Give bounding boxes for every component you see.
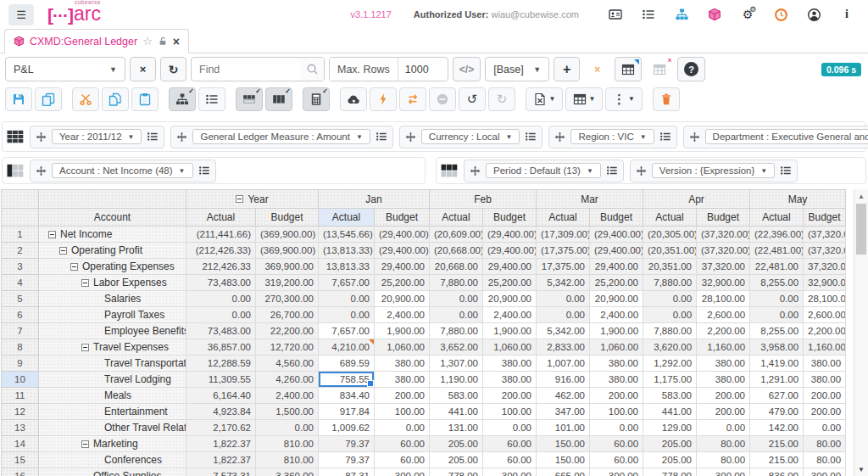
- collapse-icon[interactable]: [81, 344, 89, 351]
- value-cell[interactable]: 3,360.00: [256, 468, 319, 476]
- value-cell[interactable]: 17,375.00: [537, 259, 590, 275]
- value-cell[interactable]: 1,160.00: [697, 339, 750, 356]
- clock-icon[interactable]: [773, 7, 788, 22]
- value-cell[interactable]: 131.00: [430, 420, 483, 436]
- value-cell[interactable]: 2,600.00: [804, 307, 846, 323]
- collapse-icon[interactable]: [70, 263, 78, 271]
- value-cell[interactable]: 100.00: [483, 404, 537, 420]
- value-cell[interactable]: 200.00: [590, 388, 643, 404]
- column-group-year[interactable]: Year: [186, 190, 319, 209]
- value-cell[interactable]: 1,900.00: [483, 323, 537, 339]
- redo-button[interactable]: ↻: [488, 87, 515, 111]
- row-number[interactable]: 16: [2, 468, 39, 476]
- subset-list-icon[interactable]: [525, 131, 537, 143]
- measure-header-actual[interactable]: Actual: [430, 209, 483, 227]
- value-cell[interactable]: 583.00: [643, 388, 697, 404]
- move-icon[interactable]: [36, 165, 47, 176]
- account-cell[interactable]: Entertainment: [39, 404, 186, 420]
- value-cell[interactable]: 29,400.00: [375, 259, 430, 275]
- value-cell[interactable]: 73,483.00: [186, 323, 256, 339]
- id-card-icon[interactable]: [608, 7, 623, 22]
- row-number[interactable]: 11: [2, 388, 39, 404]
- row-number[interactable]: 10: [2, 372, 39, 388]
- value-cell[interactable]: 7,880.00: [430, 323, 483, 339]
- value-cell[interactable]: 79.37: [319, 436, 375, 452]
- value-cell[interactable]: 1,500.00: [256, 404, 319, 420]
- value-cell[interactable]: 22,200.00: [256, 323, 319, 339]
- measure-header-actual[interactable]: Actual: [643, 209, 697, 227]
- account-cell[interactable]: Operating Profit: [39, 243, 186, 259]
- measure-header-actual[interactable]: Actual: [537, 209, 590, 227]
- value-cell[interactable]: 25,200.00: [483, 275, 537, 291]
- value-cell[interactable]: 2,400.00: [256, 388, 319, 404]
- value-cell[interactable]: 80.00: [697, 452, 750, 468]
- value-cell[interactable]: 60.00: [483, 452, 537, 468]
- collapse-icon[interactable]: [48, 231, 56, 238]
- value-cell[interactable]: (17,309.00): [537, 227, 590, 243]
- value-cell[interactable]: 0.00: [750, 307, 804, 323]
- measure-header-budget[interactable]: Budget: [483, 209, 537, 227]
- measure-header-actual[interactable]: Actual: [750, 209, 804, 227]
- help-button[interactable]: ?: [677, 57, 705, 81]
- value-cell[interactable]: 4,923.84: [186, 404, 256, 420]
- subset-list-icon[interactable]: [659, 131, 671, 143]
- value-cell[interactable]: 142.00: [750, 420, 804, 436]
- value-cell[interactable]: (17,375.00): [537, 243, 590, 259]
- value-cell[interactable]: 1,419.00: [750, 356, 804, 372]
- value-cell[interactable]: 32,900.00: [804, 275, 846, 291]
- vertical-scrollbar[interactable]: ▲ ▼: [854, 189, 868, 476]
- row-number[interactable]: 14: [2, 436, 39, 452]
- value-cell[interactable]: 627.00: [750, 388, 804, 404]
- menu-button[interactable]: ☰: [8, 4, 34, 25]
- value-cell[interactable]: 7,880.00: [643, 275, 697, 291]
- value-cell[interactable]: 369,900.00: [256, 259, 319, 275]
- row-number[interactable]: 6: [2, 307, 39, 323]
- value-cell[interactable]: 834.40: [319, 388, 375, 404]
- value-cell[interactable]: 73,483.00: [186, 275, 256, 291]
- move-icon[interactable]: [689, 132, 700, 143]
- value-cell[interactable]: 0.00: [375, 420, 430, 436]
- value-cell[interactable]: 5,342.00: [537, 275, 590, 291]
- value-cell[interactable]: 101.00: [537, 420, 590, 436]
- cube-icon[interactable]: [707, 7, 722, 22]
- value-cell[interactable]: (20,609.00): [430, 227, 483, 243]
- value-cell[interactable]: 79.37: [319, 452, 375, 468]
- refresh-button[interactable]: ↻: [160, 57, 186, 81]
- value-cell[interactable]: 810.00: [256, 436, 319, 452]
- value-cell[interactable]: (22,396.00): [750, 227, 804, 243]
- value-cell[interactable]: 60.00: [375, 436, 430, 452]
- value-cell[interactable]: (212,426.33): [186, 243, 256, 259]
- value-cell[interactable]: 2,400.00: [483, 307, 537, 323]
- tab-general-ledger[interactable]: CXMD:General Ledger ☆ ×: [4, 29, 189, 53]
- column-group-apr[interactable]: Apr: [643, 190, 750, 209]
- value-cell[interactable]: 836.00: [750, 468, 804, 476]
- row-number[interactable]: 7: [2, 323, 39, 339]
- list-button[interactable]: [198, 87, 225, 111]
- column-group-mar[interactable]: Mar: [537, 190, 643, 209]
- value-cell[interactable]: 1,291.00: [750, 372, 804, 388]
- value-cell[interactable]: 380.00: [483, 356, 537, 372]
- value-cell[interactable]: 689.59: [319, 356, 375, 372]
- view-select[interactable]: P&L▼: [5, 57, 125, 81]
- move-icon[interactable]: [470, 165, 481, 176]
- unlock-icon[interactable]: [158, 36, 168, 47]
- value-cell[interactable]: 7,880.00: [430, 275, 483, 291]
- add-view-button[interactable]: +: [554, 57, 580, 81]
- account-cell[interactable]: Labor Expenses: [39, 275, 186, 291]
- value-cell[interactable]: 1,060.00: [590, 339, 643, 356]
- value-cell[interactable]: (369,900.00): [256, 227, 319, 243]
- value-cell[interactable]: (29,400.00): [483, 227, 537, 243]
- value-cell[interactable]: 1,900.00: [590, 323, 643, 339]
- value-cell[interactable]: 4,210.00: [319, 339, 375, 356]
- row-number[interactable]: 4: [2, 275, 39, 291]
- search-icon[interactable]: [300, 58, 324, 81]
- scroll-up-arrow-icon[interactable]: ▲: [854, 189, 868, 203]
- tab-close-icon[interactable]: ×: [173, 36, 180, 48]
- value-cell[interactable]: 917.84: [319, 404, 375, 420]
- list-icon[interactable]: [641, 7, 656, 22]
- mdx-code-button[interactable]: </>: [453, 57, 481, 81]
- value-cell[interactable]: 2,400.00: [590, 307, 643, 323]
- value-cell[interactable]: 20,668.00: [430, 259, 483, 275]
- value-cell[interactable]: 583.00: [430, 388, 483, 404]
- value-cell[interactable]: 200.00: [697, 404, 750, 420]
